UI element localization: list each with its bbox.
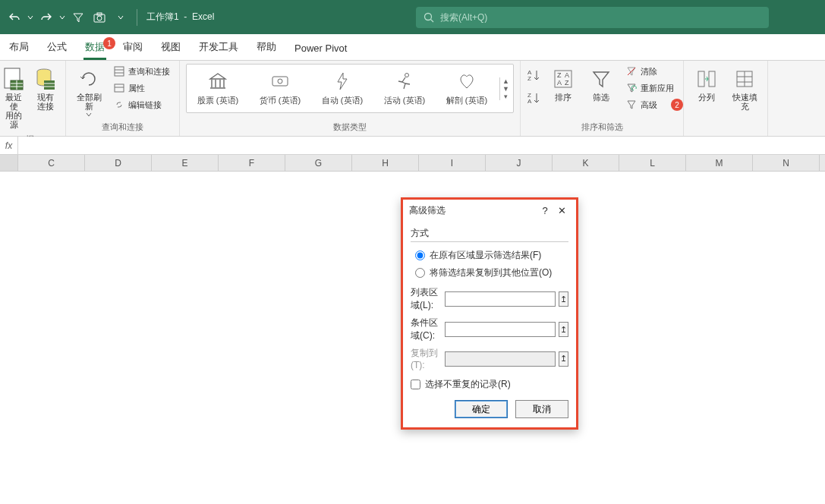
sort-asc-button[interactable]: AZ — [527, 67, 540, 83]
radio-in-place-input[interactable] — [415, 250, 425, 260]
search-container — [416, 7, 769, 28]
advanced-filter-dialog: 高级筛选 ? ✕ 方式 在原有区域显示筛选结果(F) 将筛选结果复制到其他位置(… — [401, 197, 578, 430]
sort-desc-button[interactable]: ZA — [527, 90, 540, 106]
col-header[interactable]: C — [18, 155, 85, 171]
tab-powerpivot[interactable]: Power Pivot — [285, 36, 356, 60]
col-header[interactable]: K — [553, 155, 619, 171]
advanced-filter-button[interactable]: 高级 2 — [622, 97, 677, 112]
dialog-titlebar[interactable]: 高级筛选 ? ✕ — [403, 200, 576, 221]
ok-button[interactable]: 确定 — [455, 400, 508, 418]
ribbon: 最近使用的源 现有连接 据 全部刷新 查询和连接 — [0, 61, 825, 137]
flash-fill-button[interactable]: 快速填充 — [728, 64, 761, 114]
help-button[interactable]: ? — [537, 205, 553, 216]
sort-button[interactable]: ZAAZ 排序 — [546, 64, 580, 105]
collapse-list-button[interactable]: ↥ — [559, 291, 568, 307]
datatype-gallery: 股票 (英语) 货币 (英语) 自动 (英语) 活动 (英语) 解剖 (英语) — [186, 64, 514, 113]
svg-point-1 — [97, 16, 102, 20]
svg-point-22 — [405, 74, 409, 77]
bank-icon — [207, 71, 228, 92]
tab-data[interactable]: 数据 1 — [76, 34, 114, 60]
refresh-all-button[interactable]: 全部刷新 — [72, 64, 105, 120]
flashfill-icon — [732, 67, 757, 91]
undo-button[interactable] — [5, 8, 24, 27]
properties-button[interactable]: 属性 — [110, 80, 173, 96]
search-icon — [424, 12, 434, 23]
existing-connections-button[interactable]: 现有连接 — [32, 64, 59, 114]
group-label-datatypes: 数据类型 — [333, 120, 367, 136]
col-header[interactable]: D — [85, 155, 152, 171]
unique-records-row[interactable]: 选择不重复的记录(R) — [411, 378, 568, 391]
col-header[interactable]: I — [419, 155, 486, 171]
tab-review[interactable]: 审阅 — [114, 34, 152, 60]
datatype-anatomy[interactable]: 解剖 (英语) — [437, 66, 496, 111]
select-all-corner[interactable] — [0, 155, 18, 171]
list-range-row: 列表区域(L): ↥ — [411, 286, 568, 312]
qat-more-dropdown[interactable] — [111, 8, 131, 27]
document-title: 工作簿1 - Excel — [146, 11, 214, 24]
col-header[interactable]: L — [619, 155, 686, 171]
cancel-button[interactable]: 取消 — [515, 400, 568, 418]
ribbon-tabs: 布局 公式 数据 1 审阅 视图 开发工具 帮助 Power Pivot — [0, 34, 825, 61]
collapse-criteria-button[interactable]: ↥ — [559, 322, 568, 337]
col-header[interactable]: J — [486, 155, 553, 171]
col-header[interactable]: G — [285, 155, 352, 171]
criteria-range-input[interactable] — [445, 322, 556, 337]
tab-layout[interactable]: 布局 — [0, 34, 38, 60]
bolt-icon — [332, 71, 353, 92]
gallery-down[interactable]: ▼ — [500, 85, 512, 93]
filter-button[interactable]: 筛选 — [584, 64, 618, 105]
list-range-label: 列表区域(L): — [411, 286, 442, 312]
datatype-stocks[interactable]: 股票 (英语) — [188, 66, 247, 111]
undo-dropdown[interactable] — [26, 8, 35, 27]
text-to-columns-button[interactable]: 分列 — [690, 64, 723, 105]
filter-icon[interactable] — [68, 8, 88, 27]
list-icon — [113, 65, 125, 77]
tab-devtools[interactable]: 开发工具 — [190, 34, 247, 60]
col-header[interactable]: F — [219, 155, 285, 171]
radio-filter-in-place[interactable]: 在原有区域显示筛选结果(F) — [411, 247, 568, 264]
dialog-body: 方式 在原有区域显示筛选结果(F) 将筛选结果复制到其他位置(O) 列表区域(L… — [403, 221, 576, 427]
funnel-icon — [589, 67, 613, 91]
redo-button[interactable] — [36, 8, 56, 27]
recent-sources-button[interactable]: 最近使用的源 — [0, 64, 27, 132]
close-button[interactable]: ✕ — [553, 205, 570, 216]
gallery-up[interactable]: ▲ — [500, 77, 512, 85]
reapply-button[interactable]: 重新应用 — [622, 80, 677, 96]
formula-input[interactable] — [18, 137, 825, 154]
search-box[interactable] — [416, 7, 769, 28]
edit-links-button[interactable]: 编辑链接 — [110, 97, 173, 112]
svg-text:A: A — [527, 98, 532, 105]
dialog-title: 高级筛选 — [409, 204, 537, 217]
method-label: 方式 — [411, 227, 568, 242]
col-header[interactable]: H — [352, 155, 419, 171]
datatype-currency[interactable]: 货币 (英语) — [250, 66, 310, 111]
db-icon — [33, 67, 58, 91]
col-header[interactable]: E — [152, 155, 219, 171]
tab-help[interactable]: 帮助 — [247, 34, 285, 60]
clear-filter-button[interactable]: 清除 — [622, 64, 677, 79]
unique-checkbox[interactable] — [411, 380, 420, 389]
radio-copy-to[interactable]: 将筛选结果复制到其他位置(O) — [411, 264, 568, 282]
badge-2: 2 — [671, 99, 683, 111]
gallery-more[interactable]: ▾ — [500, 93, 512, 100]
criteria-range-row: 条件区域(C): ↥ — [411, 317, 568, 342]
dialog-buttons: 确定 取消 — [411, 400, 568, 418]
list-range-input[interactable] — [445, 291, 556, 307]
fx-label[interactable]: fx — [0, 137, 18, 154]
radio-copy-input[interactable] — [415, 268, 425, 278]
col-header[interactable]: M — [686, 155, 753, 171]
camera-icon[interactable] — [90, 8, 109, 27]
queries-connections-button[interactable]: 查询和连接 — [110, 64, 173, 79]
datatype-activity[interactable]: 活动 (英语) — [375, 66, 434, 111]
search-input[interactable] — [440, 12, 761, 23]
copy-to-input — [445, 351, 556, 367]
redo-dropdown[interactable] — [58, 8, 67, 27]
tab-view[interactable]: 视图 — [152, 34, 190, 60]
svg-text:Z: Z — [565, 79, 569, 87]
sort-icon: ZAAZ — [551, 67, 575, 91]
datatype-auto[interactable]: 自动 (英语) — [313, 66, 372, 111]
col-header[interactable]: N — [753, 155, 820, 171]
tab-formulas[interactable]: 公式 — [38, 34, 76, 60]
ribbon-group-getdata: 最近使用的源 现有连接 据 — [0, 61, 66, 136]
collapse-copyto-button[interactable]: ↥ — [559, 351, 568, 367]
